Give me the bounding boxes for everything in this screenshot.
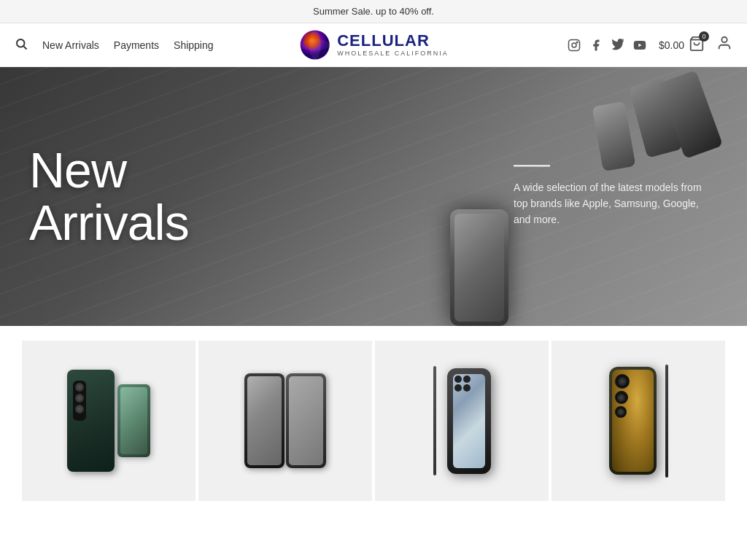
nav-new-arrivals[interactable]: New Arrivals <box>42 39 99 51</box>
logo-icon <box>298 28 331 61</box>
cart-icon[interactable]: 0 <box>689 36 705 55</box>
hero-title: NewArrivals <box>29 144 189 249</box>
svg-rect-5 <box>568 39 579 50</box>
svg-line-1 <box>23 46 26 49</box>
header-left: New Arrivals Payments Shipping <box>15 37 214 53</box>
svg-point-7 <box>576 42 578 43</box>
announcement-banner: Summer Sale. up to 40% off. <box>0 0 747 23</box>
main-nav: New Arrivals Payments Shipping <box>42 39 214 52</box>
product-grid <box>22 341 725 501</box>
hero-content: NewArrivals A wide selection of the late… <box>0 67 747 326</box>
search-button[interactable] <box>15 37 28 53</box>
user-account-button[interactable] <box>716 35 732 55</box>
banner-text: Summer Sale. up to 40% off. <box>313 6 434 17</box>
logo-brand: CELLULAR <box>337 32 449 50</box>
site-logo[interactable]: CELLULAR WHOLESALE CALIFORNIA <box>298 28 449 61</box>
svg-point-6 <box>572 43 576 47</box>
facebook-icon[interactable] <box>589 38 603 52</box>
logo-sub: WHOLESALE CALIFORNIA <box>337 50 449 58</box>
svg-point-0 <box>17 39 25 47</box>
cart-price: $0.00 <box>659 39 684 51</box>
product-section <box>0 326 747 508</box>
logo-text: CELLULAR WHOLESALE CALIFORNIA <box>337 32 449 57</box>
hero-description: A wide selection of the latest models fr… <box>514 179 718 228</box>
cart-area[interactable]: $0.00 0 <box>659 36 705 55</box>
header-right: $0.00 0 <box>567 35 732 55</box>
product-card-s24-ultra[interactable] <box>375 341 549 501</box>
social-links <box>567 38 647 52</box>
product-card-fold4[interactable] <box>198 341 372 501</box>
nav-payments[interactable]: Payments <box>114 39 159 51</box>
product-card-fold3[interactable] <box>22 341 196 501</box>
hero-banner: NewArrivals A wide selection of the late… <box>0 67 747 326</box>
site-header: New Arrivals Payments Shipping CELLULAR <box>0 23 747 67</box>
twitter-icon[interactable] <box>611 38 625 52</box>
nav-shipping[interactable]: Shipping <box>174 39 214 51</box>
svg-point-4 <box>301 39 330 51</box>
instagram-icon[interactable] <box>567 38 581 52</box>
cart-badge: 0 <box>699 31 709 42</box>
svg-point-10 <box>721 37 727 42</box>
hero-right-content: A wide selection of the latest models fr… <box>514 165 718 228</box>
youtube-icon[interactable] <box>632 38 647 52</box>
hero-divider <box>514 165 550 166</box>
product-card-s23-ultra[interactable] <box>551 341 725 501</box>
